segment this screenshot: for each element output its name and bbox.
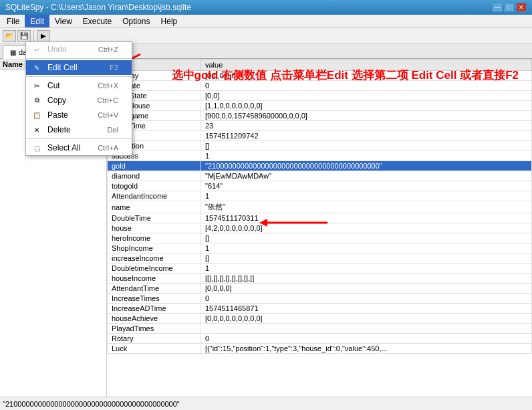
cell-value: 0 (201, 334, 532, 344)
table-row[interactable]: houseIncome[[],[],[],[],[],[],[],[] (108, 274, 532, 284)
toolbar-btn-2[interactable]: 💾 (17, 30, 31, 42)
table-row[interactable]: IncreaseTimes0 (108, 294, 532, 304)
window-title: SQLiteSpy - C:\Users\Jason Yiran\Desktop… (5, 3, 191, 12)
cell-value: [0,0] (201, 91, 532, 101)
cut-icon: ✂ (31, 80, 42, 91)
table-row[interactable]: LoginTime23 (108, 121, 532, 131)
cell-value: [{"id":15,"position":1,"type":3,"house_i… (201, 344, 532, 354)
svg-marker-1 (259, 219, 267, 227)
cell-key: heroIncome (108, 233, 201, 243)
close-button[interactable]: ✕ (516, 3, 527, 12)
title-bar: SQLiteSpy - C:\Users\Jason Yiran\Desktop… (0, 0, 532, 15)
table-row[interactable]: StateHouse[1,1,0,0,0,0,0,0,0] (108, 101, 532, 111)
table-row[interactable]: Offline1574511209742 (108, 131, 532, 141)
table-row[interactable]: AttendantIncome1 (108, 191, 532, 201)
dropdown-item-label: Delete (47, 125, 102, 134)
table-row[interactable]: Avocation[] (108, 141, 532, 151)
data-table: key value FirstPay[0,0,0,0,0]GiftState0L… (107, 59, 532, 354)
dropdown-item-edit-cell[interactable]: ✎Edit CellF2 (26, 60, 132, 75)
dropdown-item-label: Paste (47, 110, 92, 120)
toolbar-btn-3[interactable]: ▶ (37, 30, 50, 42)
cell-value: [] (201, 141, 532, 151)
table-row[interactable]: Rotary0 (108, 334, 532, 344)
dropdown-item-shortcut: Ctrl+V (98, 111, 118, 119)
table-row[interactable]: heroIncome[] (108, 233, 532, 243)
table-row[interactable]: DoubletimeIncome1 (108, 264, 532, 274)
dropdown-separator (26, 138, 132, 139)
toolbar-btn-1[interactable]: 📂 (3, 30, 16, 42)
dropdown-item-cut[interactable]: ✂CutCtrl+X (26, 78, 132, 93)
dropdown-item-label: Cut (47, 81, 92, 90)
menu-edit[interactable]: Edit (25, 15, 49, 27)
dropdown-item-paste[interactable]: 📋PasteCtrl+V (26, 108, 132, 122)
delete-icon: ✕ (31, 124, 42, 135)
cell-value: "MjEwMDAwMDAw" (201, 171, 532, 181)
table-row[interactable]: PlayadTimes (108, 324, 532, 334)
maximize-button[interactable]: □ (504, 3, 515, 12)
cell-key: name (108, 201, 201, 213)
cell-key: AttendantIncome (108, 191, 201, 201)
cell-value: 1 (201, 191, 532, 201)
paste-icon: 📋 (31, 110, 42, 120)
cell-key: IncreaseTimes (108, 294, 201, 304)
minimize-button[interactable]: — (492, 3, 503, 12)
dropdown-item-select-all[interactable]: ⬚Select AllCtrl+A (26, 140, 132, 155)
table-row[interactable]: diamond"MjEwMDAwMDAw" (108, 171, 532, 181)
cell-key: IncreaseADTime (108, 304, 201, 314)
cell-key: houseAchieve (108, 314, 201, 324)
table-row[interactable]: gold"21000000000000000000000000000000000… (108, 161, 532, 171)
dropdown-item-shortcut: Ctrl+X (98, 82, 118, 90)
table-row[interactable]: increaseIncome[] (108, 253, 532, 264)
menu-bar: File Edit View Execute Options Help (0, 15, 532, 28)
toolbar-separator (33, 30, 34, 42)
table-row[interactable]: ShopIncome1 (108, 243, 532, 253)
menu-file[interactable]: File (1, 15, 25, 27)
menu-execute[interactable]: Execute (78, 15, 117, 27)
table-row[interactable]: LoginState[0,0] (108, 91, 532, 101)
status-bar: "210000000000000000000000000000000000000… (0, 397, 532, 410)
window-controls: — □ ✕ (492, 3, 527, 12)
table-row[interactable]: Luck[{"id":15,"position":1,"type":3,"hou… (108, 344, 532, 354)
table-row[interactable]: IncreaseADTime1574511465871 (108, 304, 532, 314)
dropdown-separator (26, 58, 132, 59)
select-all-icon: ⬚ (31, 142, 42, 153)
cell-value: "210000000000000000000000000000000000000… (201, 161, 532, 171)
cell-key: Rotary (108, 334, 201, 344)
menu-view[interactable]: View (49, 15, 78, 27)
cell-value: "依然" (201, 201, 532, 213)
cell-value: 0 (201, 294, 532, 304)
cell-value: [4,2,0,0,0,0,0,0,0] (201, 223, 532, 233)
table-row[interactable]: houseAchieve[0,0,0,0,0,0,0,0,0] (108, 314, 532, 324)
cell-value: 1 (201, 264, 532, 274)
dropdown-item-copy[interactable]: ⧉CopyCtrl+C (26, 93, 132, 108)
cell-value: "614" (201, 181, 532, 191)
dropdown-item-shortcut: Ctrl+Z (98, 45, 118, 54)
table-row[interactable]: totogold"614" (108, 181, 532, 191)
copy-icon: ⧉ (31, 95, 42, 106)
dropdown-item-shortcut: Ctrl+A (98, 144, 118, 152)
table-row[interactable]: success1 (108, 151, 532, 161)
table-row[interactable]: name"依然" (108, 201, 532, 213)
cell-key: DoubleTime (108, 213, 201, 223)
cell-value: [] (201, 233, 532, 243)
table-row[interactable]: Megagame[900,0,0,1574589600000,0,0,0] (108, 111, 532, 121)
dropdown-separator (26, 76, 132, 77)
menu-options[interactable]: Options (117, 15, 155, 27)
dropdown-item-shortcut: F2 (110, 64, 118, 72)
table-row[interactable]: AttendantTime[0,0,0,0] (108, 284, 532, 294)
cell-key: DoubletimeIncome (108, 264, 201, 274)
cell-key: houseIncome (108, 274, 201, 284)
dropdown-item-undo[interactable]: ↩UndoCtrl+Z (26, 42, 132, 57)
cell-key: diamond (108, 171, 201, 181)
cell-value (201, 324, 532, 334)
cell-value: 1 (201, 151, 532, 161)
cell-value: [0,0,0,0] (201, 284, 532, 294)
status-text: "210000000000000000000000000000000000000… (3, 400, 180, 408)
cell-value: 23 (201, 121, 532, 131)
dropdown-item-delete[interactable]: ✕DeleteDel (26, 122, 132, 137)
dropdown-item-label: Copy (47, 96, 92, 105)
cell-key: gold (108, 161, 201, 171)
cell-value: 1574511170311 (201, 213, 532, 223)
menu-help[interactable]: Help (156, 15, 183, 27)
cell-key: Luck (108, 344, 201, 354)
